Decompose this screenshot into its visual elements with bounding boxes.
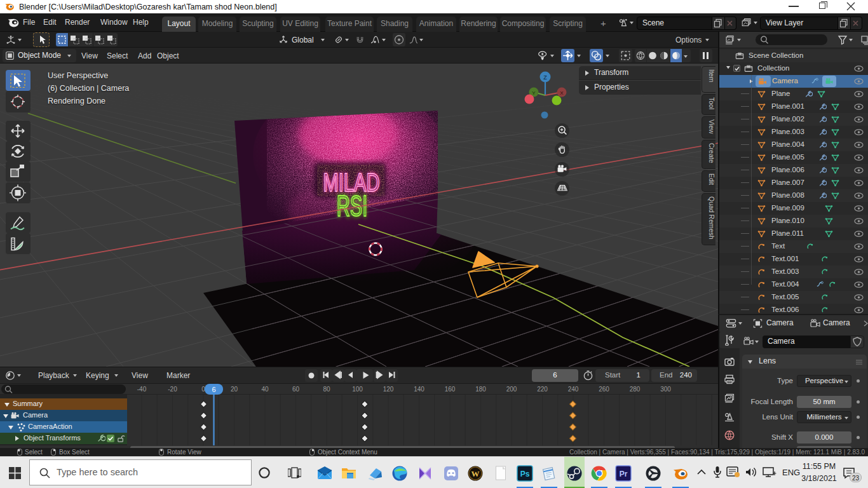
svg-text:Ps: Ps: [520, 470, 530, 478]
svg-text:6: 6: [212, 386, 215, 393]
svg-text:Pr: Pr: [620, 470, 628, 478]
svg-text:X: X: [560, 90, 564, 96]
svg-text:Y: Y: [532, 90, 536, 96]
svg-text:W: W: [471, 469, 480, 478]
svg-text:Z: Z: [543, 74, 547, 81]
